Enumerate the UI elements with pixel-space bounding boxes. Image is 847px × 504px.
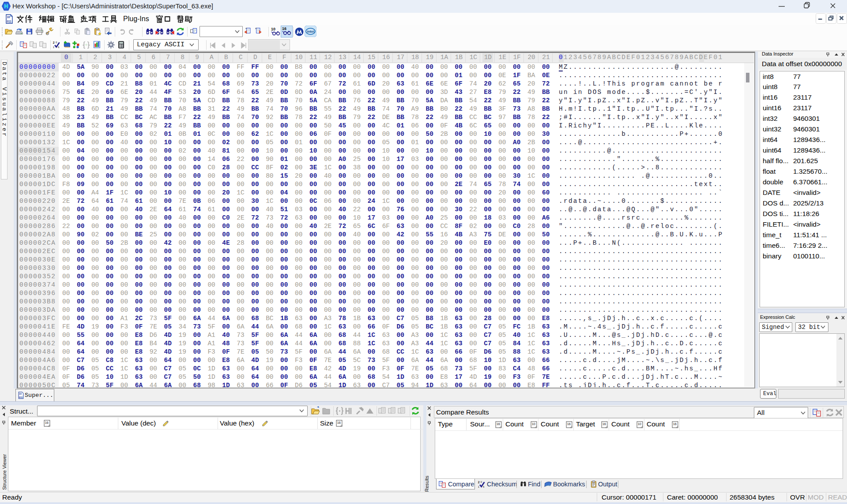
svg-text:0: 0 xyxy=(481,481,482,483)
svg-text:1: 1 xyxy=(53,46,54,49)
svg-text:10: 10 xyxy=(7,15,11,19)
svg-text:10: 10 xyxy=(532,422,535,426)
svg-text:10: 10 xyxy=(19,392,22,395)
svg-text:6: 6 xyxy=(483,485,485,488)
svg-text:1: 1 xyxy=(478,485,480,488)
svg-text:6: 6 xyxy=(58,46,60,49)
svg-text:0: 0 xyxy=(55,41,57,44)
svg-text:intel: intel xyxy=(307,30,314,34)
svg-text:16: 16 xyxy=(673,422,677,426)
svg-text:16: 16 xyxy=(282,26,286,31)
svg-text:16: 16 xyxy=(567,422,571,426)
svg-text:011: 011 xyxy=(7,20,12,23)
svg-text:10: 10 xyxy=(638,422,641,426)
svg-text:2: 2 xyxy=(478,481,480,484)
svg-text:16: 16 xyxy=(337,421,341,425)
svg-text:10: 10 xyxy=(271,27,275,31)
svg-text:011: 011 xyxy=(19,396,23,399)
svg-text:16: 16 xyxy=(497,422,500,426)
svg-text:16: 16 xyxy=(602,422,606,426)
svg-text:16: 16 xyxy=(45,421,49,425)
svg-text:2: 2 xyxy=(53,41,54,44)
